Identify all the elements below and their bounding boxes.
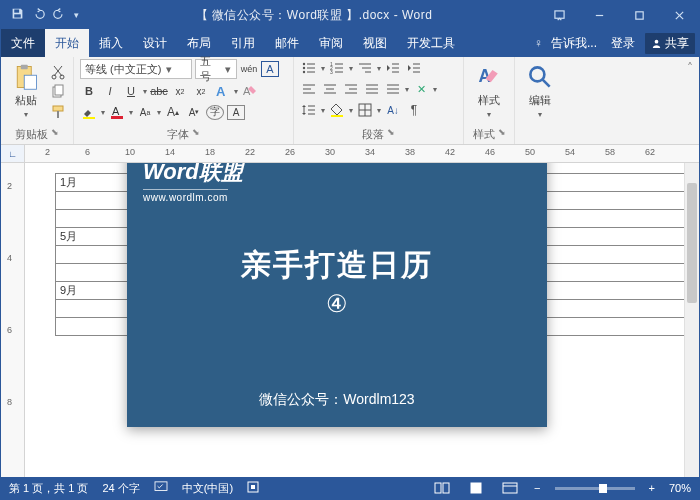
styles-button[interactable]: A 样式 ▾ — [470, 59, 508, 119]
show-marks-icon[interactable]: ¶ — [405, 101, 423, 119]
scrollbar-vertical[interactable] — [684, 163, 699, 477]
document-canvas[interactable]: 1月4月 5月8月 9月12月 Word联盟 www.wordlm.com 亲手… — [25, 163, 699, 477]
chevron-down-icon[interactable]: ▾ — [165, 63, 173, 76]
ruler-tick: 14 — [165, 147, 175, 157]
asian-layout-icon[interactable]: ✕ — [412, 80, 430, 98]
numbering-icon[interactable]: 123 — [328, 59, 346, 77]
status-page[interactable]: 第 1 页，共 1 页 — [9, 481, 88, 496]
title-bar: ▾ 【 微信公众号：Word联盟 】.docx - Word — [1, 1, 699, 29]
zoom-out-icon[interactable]: − — [534, 482, 540, 494]
tab-references[interactable]: 引用 — [221, 29, 265, 57]
shrink-font-icon[interactable]: A▾ — [185, 103, 203, 121]
tab-view[interactable]: 视图 — [353, 29, 397, 57]
char-a-icon[interactable]: A — [227, 105, 245, 120]
grow-font-icon[interactable]: A▴ — [164, 103, 182, 121]
paste-button[interactable]: 粘贴 ▾ — [7, 59, 45, 119]
chevron-down-icon[interactable]: ▾ — [225, 63, 232, 76]
line-spacing-icon[interactable] — [300, 101, 318, 119]
svg-rect-62 — [331, 115, 343, 117]
launcher-icon[interactable]: ⬊ — [498, 127, 506, 142]
ruler-vertical[interactable]: 2468 — [1, 163, 25, 477]
tab-file[interactable]: 文件 — [1, 29, 45, 57]
multilevel-list-icon[interactable] — [356, 59, 374, 77]
align-left-icon[interactable] — [300, 80, 318, 98]
font-name-combo[interactable]: 等线 (中文正文)▾ — [80, 59, 192, 79]
view-web-icon[interactable] — [500, 482, 520, 494]
launcher-icon[interactable]: ⬊ — [192, 127, 200, 142]
ruler-horizontal[interactable]: ∟ 261014182226303438424650545862 — [1, 145, 699, 163]
view-read-icon[interactable] — [432, 482, 452, 494]
align-right-icon[interactable] — [342, 80, 360, 98]
minimize-icon[interactable] — [579, 1, 619, 29]
ribbon-options-icon[interactable] — [539, 1, 579, 29]
ruler-tick: 6 — [7, 325, 12, 335]
editing-button[interactable]: 编辑 ▾ — [521, 59, 559, 119]
superscript-button[interactable]: x2 — [192, 82, 210, 100]
sign-in[interactable]: 登录 — [605, 35, 641, 52]
tab-insert[interactable]: 插入 — [89, 29, 133, 57]
scrollbar-thumb[interactable] — [687, 183, 697, 303]
zoom-value[interactable]: 70% — [669, 482, 691, 494]
share-button[interactable]: 共享 — [645, 33, 695, 54]
tab-developer[interactable]: 开发工具 — [397, 29, 465, 57]
phonetic-guide-icon[interactable]: wén — [240, 60, 258, 78]
status-words[interactable]: 24 个字 — [102, 481, 139, 496]
qat-dropdown-icon[interactable]: ▾ — [74, 10, 79, 20]
save-icon[interactable] — [11, 7, 24, 23]
collapse-ribbon-icon[interactable]: ˄ — [687, 61, 693, 75]
sort-icon[interactable]: A↓ — [384, 101, 402, 119]
undo-icon[interactable] — [32, 7, 45, 23]
highlight-icon[interactable] — [80, 103, 98, 121]
strikethrough-button[interactable]: abc — [150, 82, 168, 100]
chevron-down-icon: ▾ — [487, 110, 491, 119]
brand-url: www.wordlm.com — [143, 189, 228, 203]
redo-icon[interactable] — [53, 7, 66, 23]
bold-button[interactable]: B — [80, 82, 98, 100]
shading-icon[interactable] — [328, 101, 346, 119]
text-effects-icon[interactable]: A — [213, 82, 231, 100]
group-paragraph: ▾ 123▾ ▾ ▾ ✕▾ ▾ ▾ ▾ A↓ ¶ 段落⬊ — [294, 57, 464, 144]
subscript-button[interactable]: x2 — [171, 82, 189, 100]
cut-icon[interactable] — [49, 63, 67, 81]
close-icon[interactable] — [659, 1, 699, 29]
character-border-icon[interactable]: A — [261, 61, 279, 77]
launcher-icon[interactable]: ⬊ — [51, 127, 59, 142]
tab-mail[interactable]: 邮件 — [265, 29, 309, 57]
increase-indent-icon[interactable] — [405, 59, 423, 77]
launcher-icon[interactable]: ⬊ — [387, 127, 395, 142]
styles-label: 样式 — [478, 93, 500, 108]
align-center-icon[interactable] — [321, 80, 339, 98]
font-size-combo[interactable]: 五号▾ — [195, 59, 237, 79]
zoom-in-icon[interactable]: + — [649, 482, 655, 494]
zoom-slider[interactable] — [555, 487, 635, 490]
tab-review[interactable]: 审阅 — [309, 29, 353, 57]
bullets-icon[interactable] — [300, 59, 318, 77]
zoom-slider-thumb[interactable] — [599, 484, 607, 493]
clear-formatting-icon[interactable]: A — [241, 82, 259, 100]
underline-button[interactable]: U — [122, 82, 140, 100]
tab-selector[interactable]: ∟ — [1, 145, 25, 162]
borders-icon[interactable] — [356, 101, 374, 119]
maximize-icon[interactable] — [619, 1, 659, 29]
char-shading-icon[interactable]: Aa — [136, 103, 154, 121]
view-print-icon[interactable] — [466, 482, 486, 494]
svg-rect-9 — [21, 65, 28, 69]
format-painter-icon[interactable] — [49, 103, 67, 121]
copy-icon[interactable] — [49, 83, 67, 101]
justify-icon[interactable] — [363, 80, 381, 98]
tab-layout[interactable]: 布局 — [177, 29, 221, 57]
svg-point-7 — [655, 39, 659, 43]
svg-point-26 — [303, 71, 305, 73]
tab-design[interactable]: 设计 — [133, 29, 177, 57]
enclose-char-icon[interactable]: 字 — [206, 105, 224, 120]
font-color-icon[interactable]: A — [108, 103, 126, 121]
decrease-indent-icon[interactable] — [384, 59, 402, 77]
tab-home[interactable]: 开始 — [45, 29, 89, 57]
tell-me[interactable]: 告诉我... — [547, 35, 601, 52]
document-area: 2468 1月4月 5月8月 9月12月 Word联盟 www.wordlm.c… — [1, 163, 699, 477]
status-macro-icon[interactable] — [247, 481, 259, 495]
status-spellcheck-icon[interactable] — [154, 481, 168, 495]
italic-button[interactable]: I — [101, 82, 119, 100]
distributed-icon[interactable] — [384, 80, 402, 98]
status-language[interactable]: 中文(中国) — [182, 481, 233, 496]
